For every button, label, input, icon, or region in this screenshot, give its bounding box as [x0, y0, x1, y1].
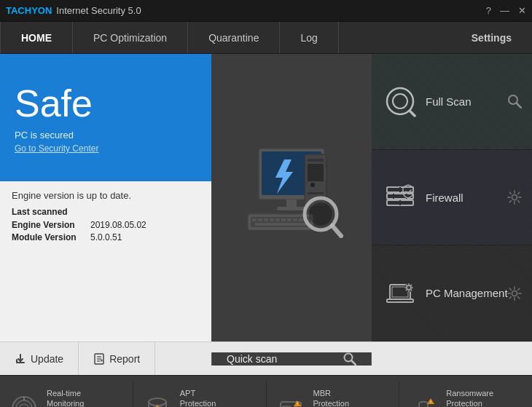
realtime-monitoring-icon [9, 393, 39, 408]
mbr-protection-item: ! MBR Protection OFF [267, 382, 400, 407]
ransomware-toggle-info: Ransomware Protection OFF [446, 389, 493, 407]
pc-secured-text: PC is secured [15, 130, 197, 141]
navbar: HOME PC Optimization Quarantine Log Sett… [0, 22, 532, 54]
titlebar-left: TACHYON Internet Security 5.0 [6, 5, 141, 16]
action-bar: Update Report Quick scan [0, 341, 532, 375]
nav-pc-optimization[interactable]: PC Optimization [73, 22, 188, 53]
svg-rect-14 [264, 218, 268, 221]
module-version-label: Module Version [12, 232, 85, 242]
quick-scan-label: Quick scan [227, 353, 277, 365]
engine-version-value: 2019.08.05.02 [90, 220, 146, 230]
svg-point-23 [309, 202, 332, 226]
quick-scan-icon [343, 352, 356, 365]
svg-rect-16 [275, 218, 280, 221]
svg-rect-13 [258, 218, 262, 221]
svg-rect-4 [277, 207, 306, 210]
engine-status: Engine version is up to date. [12, 190, 200, 201]
pc-illustration-svg [226, 141, 357, 261]
mbr-label: MBR Protection [313, 389, 350, 407]
svg-point-8 [310, 183, 315, 187]
goto-security-link[interactable]: Go to Security Center [15, 143, 197, 154]
nav-log[interactable]: Log [280, 22, 338, 53]
svg-rect-9 [308, 192, 324, 194]
module-version-row: Module Version 5.0.0.51 [12, 232, 200, 242]
apt-protection-item: ! APT Protection OFF [133, 382, 267, 407]
svg-line-29 [517, 103, 521, 108]
realtime-toggle-info: Real-time Monitoring ON [47, 389, 84, 407]
quick-scan-bar[interactable]: Quick scan [211, 352, 372, 365]
realtime-monitoring-item: Real-time Monitoring ON [0, 382, 133, 407]
svg-point-37 [512, 195, 517, 200]
svg-line-50 [352, 360, 356, 365]
update-label: Update [31, 353, 63, 365]
apt-label: APT Protection [180, 389, 216, 407]
nav-settings[interactable]: Settings [451, 22, 532, 53]
svg-rect-19 [293, 218, 297, 221]
full-scan-item[interactable]: Full Scan [372, 54, 532, 150]
svg-point-43 [512, 291, 517, 296]
realtime-label: Real-time Monitoring [47, 389, 84, 407]
svg-rect-7 [308, 164, 324, 181]
nav-home[interactable]: HOME [0, 22, 73, 53]
scan-illustration [226, 143, 357, 260]
report-button[interactable]: Report [79, 342, 155, 375]
update-button[interactable]: Update [0, 342, 79, 375]
engine-version-row: Engine Version 2019.08.05.02 [12, 220, 200, 230]
update-icon [15, 353, 26, 365]
svg-rect-18 [287, 218, 292, 221]
report-label: Report [109, 353, 140, 365]
apt-protection-icon: ! [142, 393, 173, 408]
left-panel: Safe PC is secured Go to Security Center… [0, 54, 211, 341]
svg-rect-21 [255, 223, 306, 226]
full-scan-search-icon[interactable] [507, 94, 522, 108]
module-version-value: 5.0.0.51 [90, 232, 122, 242]
right-panel: Full Scan [372, 54, 532, 341]
mbr-protection-icon: ! [275, 393, 306, 408]
center-panel [211, 54, 372, 341]
titlebar-controls: ? — ✕ [486, 5, 526, 16]
status-bar: Real-time Monitoring ON ! APT Protection [0, 375, 532, 407]
svg-rect-12 [252, 218, 257, 221]
svg-point-58 [149, 398, 166, 406]
apt-toggle-info: APT Protection OFF [180, 389, 216, 407]
quick-scan-button[interactable]: Quick scan [212, 352, 371, 365]
pc-management-gear-icon[interactable] [507, 286, 522, 301]
minimize-button[interactable]: — [500, 5, 509, 16]
engine-version-label: Engine Version [12, 220, 85, 230]
pc-management-item[interactable]: PC Management [372, 245, 532, 341]
report-icon [93, 353, 105, 365]
safe-status-box: Safe PC is secured Go to Security Center [0, 54, 211, 181]
safe-status-text: Safe [15, 84, 197, 122]
ransomware-protection-item: ! Ransomware Protection OFF [399, 382, 532, 407]
info-box: Engine version is up to date. Last scann… [0, 181, 211, 341]
help-button[interactable]: ? [486, 5, 491, 16]
titlebar: TACHYON Internet Security 5.0 ? — ✕ [0, 0, 532, 22]
svg-rect-17 [281, 218, 286, 221]
svg-line-24 [332, 226, 341, 236]
svg-point-53 [20, 404, 28, 408]
app-logo: TACHYON [6, 5, 52, 16]
ransomware-label: Ransomware Protection [446, 389, 493, 407]
mbr-toggle-info: MBR Protection OFF [313, 389, 350, 407]
app-title: Internet Security 5.0 [56, 5, 141, 16]
close-button[interactable]: ✕ [518, 5, 526, 16]
nav-quarantine[interactable]: Quarantine [188, 22, 280, 53]
ransomware-protection-icon: ! [408, 393, 439, 408]
svg-rect-15 [270, 218, 274, 221]
firewall-gear-icon[interactable] [507, 190, 522, 205]
firewall-item[interactable]: Firewall [372, 150, 532, 246]
last-scanned-label: Last scanned [12, 207, 200, 217]
main-content: Safe PC is secured Go to Security Center… [0, 54, 532, 341]
svg-rect-6 [308, 159, 324, 162]
